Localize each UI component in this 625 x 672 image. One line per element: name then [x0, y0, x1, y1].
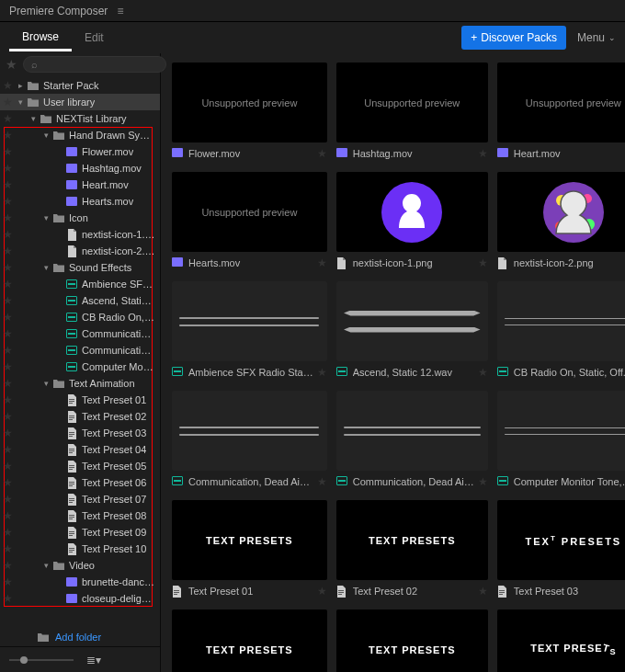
grid-card[interactable]: Unsupported previewHeart.mov★ [497, 63, 625, 161]
tree-row-sound-effects[interactable]: ★▾Sound Effects [0, 259, 160, 276]
thumbnail[interactable] [336, 172, 488, 252]
tree-row-ascend-static-[interactable]: ★Ascend, Static … [0, 292, 160, 309]
grid-card[interactable]: Ambience SFX Radio Sta…★ [172, 281, 327, 380]
star-icon[interactable]: ★ [478, 475, 488, 488]
tree-row-hand-drawn-sym-[interactable]: ★▾Hand Drawn Sym… [0, 127, 160, 143]
chevron-down-icon[interactable]: ▾ [40, 213, 51, 222]
star-icon[interactable]: ★ [0, 278, 15, 290]
tree-row-video[interactable]: ★▾Video [0, 557, 160, 574]
grid-card[interactable]: Unsupported previewHashtag.mov★ [336, 63, 488, 161]
star-icon[interactable]: ★ [0, 377, 15, 390]
thumbnail[interactable]: TEXT PRESETS [497, 609, 625, 672]
star-icon[interactable]: ★ [478, 147, 488, 160]
thumbnail[interactable] [497, 172, 625, 252]
star-icon[interactable]: ★ [0, 410, 15, 423]
chevron-right-icon[interactable]: ▸ [15, 81, 26, 90]
tree-row-text-preset-06[interactable]: ★Text Preset 06 [0, 474, 160, 491]
grid-card[interactable]: TEXT PRESETS [336, 609, 488, 672]
tree-row-text-preset-09[interactable]: ★Text Preset 09 [0, 524, 160, 541]
star-icon[interactable]: ★ [0, 79, 15, 92]
star-icon[interactable]: ★ [0, 393, 15, 406]
tree-row-brunette-danci-[interactable]: ★brunette-danci… [0, 574, 160, 590]
star-icon[interactable]: ★ [0, 476, 15, 489]
tree-row-text-preset-08[interactable]: ★Text Preset 08 [0, 507, 160, 524]
thumbnail[interactable] [497, 281, 625, 361]
tree-row-ambience-sfx-[interactable]: ★Ambience SFX … [0, 276, 160, 292]
star-icon[interactable]: ★ [0, 327, 15, 340]
tree-row-starter-pack[interactable]: ★▸Starter Pack [0, 77, 160, 94]
discover-packs-button[interactable]: + Discover Packs [461, 26, 566, 50]
chevron-down-icon[interactable]: ▾ [40, 379, 51, 388]
star-icon[interactable]: ★ [0, 575, 15, 588]
grid-card[interactable]: Ascend, Static 12.wav★ [336, 281, 488, 380]
thumbnail-size-slider[interactable] [9, 659, 74, 661]
grid-card[interactable]: nextist-icon-1.png★ [336, 172, 488, 270]
star-icon[interactable]: ★ [478, 256, 488, 269]
star-icon[interactable]: ★ [317, 256, 327, 269]
grid-card[interactable]: Computer Monitor Tone,…★ [497, 391, 625, 489]
tree-row-text-animation[interactable]: ★▾Text Animation [0, 375, 160, 392]
thumbnail[interactable] [497, 391, 625, 471]
tree-row-text-preset-05[interactable]: ★Text Preset 05 [0, 458, 160, 474]
tree-row-communicatio-[interactable]: ★Communicatio… [0, 342, 160, 359]
grid-card[interactable]: Communication, Dead Ai…★ [172, 391, 327, 489]
star-icon[interactable]: ★ [0, 112, 15, 125]
tree-row-text-preset-02[interactable]: ★Text Preset 02 [0, 408, 160, 425]
star-icon[interactable]: ★ [0, 311, 15, 324]
tree-row-text-preset-01[interactable]: ★Text Preset 01 [0, 392, 160, 408]
tree-row-nextist-icon-2-[interactable]: ★nextist-icon-2.… [0, 243, 160, 259]
grid-card[interactable]: TEXT PRESETSText Preset 02★ [336, 500, 488, 598]
grid-card[interactable]: TEXT PRESETSText Preset 01★ [172, 500, 327, 598]
thumbnail[interactable]: Unsupported preview [336, 63, 488, 142]
grid-card[interactable]: Communication, Dead Ai…★ [336, 391, 488, 489]
tree-row-text-preset-03[interactable]: ★Text Preset 03 [0, 425, 160, 441]
thumbnail[interactable]: Unsupported preview [172, 63, 327, 142]
star-icon[interactable]: ★ [0, 493, 15, 506]
star-icon[interactable]: ★ [0, 592, 15, 605]
tab-edit[interactable]: Edit [72, 26, 117, 50]
thumbnail[interactable]: TEXT PRESETS [336, 609, 488, 672]
grid-card[interactable]: Unsupported previewFlower.mov★ [172, 63, 327, 161]
tree-row-text-preset-10[interactable]: ★Text Preset 10 [0, 541, 160, 557]
star-icon[interactable]: ★ [0, 228, 15, 241]
thumbnail[interactable] [336, 391, 488, 471]
tree-row-hearts-mov[interactable]: ★Hearts.mov [0, 193, 160, 210]
chevron-down-icon[interactable]: ▾ [40, 131, 51, 140]
thumbnail[interactable]: Unsupported preview [497, 63, 625, 142]
star-icon[interactable]: ★ [317, 366, 327, 379]
chevron-down-icon[interactable]: ▾ [15, 97, 26, 107]
tree-row-communicatio-[interactable]: ★Communicatio… [0, 325, 160, 342]
star-icon[interactable]: ★ [0, 96, 15, 108]
star-icon[interactable]: ★ [317, 585, 327, 598]
grid-card[interactable]: Unsupported previewHearts.mov★ [172, 172, 327, 270]
tree-row-closeup-delight-[interactable]: ★closeup-delight… [0, 590, 160, 607]
tree-row-heart-mov[interactable]: ★Heart.mov [0, 177, 160, 193]
star-icon[interactable]: ★ [0, 178, 15, 191]
thumbnail[interactable]: TEXT PRESETS [172, 500, 327, 580]
star-icon[interactable]: ★ [0, 211, 15, 224]
star-icon[interactable]: ★ [317, 475, 327, 488]
grid-card[interactable]: TEXT PRESETS [172, 609, 327, 672]
thumbnail[interactable] [336, 281, 488, 361]
star-icon[interactable]: ★ [0, 145, 15, 158]
menu-button[interactable]: Menu ⌄ [577, 31, 616, 44]
star-icon[interactable]: ★ [0, 509, 15, 522]
tree-row-cb-radio-on-s-[interactable]: ★CB Radio On, S… [0, 309, 160, 325]
hamburger-icon[interactable]: ≡ [117, 5, 123, 17]
thumbnail[interactable]: TEXT PRESETS [497, 500, 625, 580]
chevron-down-icon[interactable]: ▾ [40, 263, 51, 272]
view-mode-button[interactable]: ≣▾ [86, 654, 101, 666]
thumbnail[interactable] [172, 391, 327, 471]
star-icon[interactable]: ★ [0, 526, 15, 539]
star-icon[interactable]: ★ [0, 129, 15, 142]
star-icon[interactable]: ★ [0, 542, 15, 555]
tree-row-text-preset-07[interactable]: ★Text Preset 07 [0, 491, 160, 507]
tree-row-icon[interactable]: ★▾Icon [0, 210, 160, 226]
star-icon[interactable]: ★ [0, 261, 15, 274]
star-icon[interactable]: ★ [0, 195, 15, 208]
tree-row-nextist-library[interactable]: ★▾NEXTist Library [0, 110, 160, 127]
thumbnail[interactable]: TEXT PRESETS [172, 609, 327, 672]
star-icon[interactable]: ★ [478, 585, 488, 598]
grid-card[interactable]: TEXT PRESETSText Preset 03★ [497, 500, 625, 598]
grid-card[interactable]: nextist-icon-2.png★ [497, 172, 625, 270]
